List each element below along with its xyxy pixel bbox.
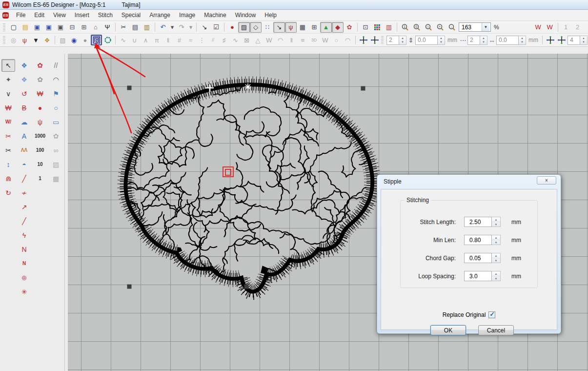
stipple-fill-button[interactable] (91, 35, 102, 45)
single-run-tool[interactable]: ╱ (18, 215, 31, 227)
stemstitch-tool[interactable]: N (18, 243, 31, 256)
send-to-machine-button[interactable]: ▣ (55, 22, 66, 33)
motif-run-tool[interactable]: ≁ (18, 186, 31, 199)
row-spacing-length-input[interactable] (496, 36, 519, 45)
ruler-view-button[interactable]: ⊞ (308, 22, 320, 33)
pull-comp-length-input[interactable] (415, 36, 438, 45)
curve-stitch-button[interactable]: ∿ (230, 35, 241, 45)
select-tool[interactable]: ↖ (1, 59, 15, 72)
polygon-select-tool[interactable]: ✦ (1, 73, 15, 86)
copy-button[interactable]: ▤ (129, 22, 141, 33)
rectangle-tool[interactable]: ▭ (49, 116, 63, 128)
oval-stitch-button[interactable]: ○ (331, 35, 342, 45)
scale-10-tool[interactable]: 10 (33, 158, 47, 171)
scallop-stitch-button[interactable]: ◠ (342, 35, 353, 45)
zigzag-stitch-button[interactable]: ∧ (140, 35, 151, 45)
cut-stitch-tool[interactable]: ✂ (1, 144, 15, 157)
menu-image[interactable]: Image (175, 10, 200, 20)
cap-object-tool[interactable]: ◓ (18, 158, 31, 171)
auto-underlay-button[interactable]: ▨ (57, 35, 68, 45)
wave-stitch-button[interactable]: ≈ (185, 35, 196, 45)
ellipse-tool[interactable]: ○ (49, 102, 63, 114)
hoop-button[interactable]: ◎ (8, 35, 19, 45)
binoculars-tool[interactable]: ∞ (49, 144, 63, 157)
background-view-button[interactable]: ▲ (320, 22, 332, 33)
triangle-stitch-button[interactable]: △ (252, 35, 264, 45)
arc-tool[interactable]: ◠ (49, 73, 63, 86)
replace-original-checkbox[interactable]: ✓ (488, 311, 495, 318)
needle-gauge-tool[interactable]: ψ (33, 116, 47, 128)
zoom-factor-input[interactable] (459, 23, 482, 31)
menu-machine[interactable]: Machine (200, 10, 230, 20)
zoom-dropdown-icon[interactable]: ▼ (482, 23, 489, 31)
recent-design-2-button[interactable]: 2 (572, 22, 584, 33)
letter-kerning-tool[interactable]: W/ (1, 116, 15, 128)
undo-button[interactable]: ↶ (157, 22, 169, 33)
trim-outline-button[interactable] (102, 35, 113, 45)
stipple-anchor-marker[interactable] (223, 167, 233, 177)
loop-stitch-button[interactable]: ∪ (129, 35, 140, 45)
scale-100-tool[interactable]: 100 (33, 144, 47, 157)
spacing-dots-icon[interactable]: ⋯ (459, 35, 467, 45)
open-design-button[interactable]: ▤ (20, 22, 31, 33)
pull-comp-icon[interactable]: ⇕ (407, 35, 415, 45)
field-spinner[interactable]: ▲▼ (492, 271, 501, 281)
dialog-close-button[interactable]: × (537, 176, 556, 185)
document-icon[interactable]: ES (2, 12, 9, 19)
selection-handle[interactable] (361, 86, 365, 91)
buttonhole-tool[interactable]: ⊕ (18, 271, 31, 284)
stitch-colors-button[interactable] (371, 22, 383, 33)
eyelet-tool[interactable]: ✳ (18, 286, 31, 298)
reshape-object-tool[interactable]: ❖ (18, 73, 31, 86)
pointer-view-button[interactable]: ↘ (273, 22, 285, 33)
row-spacing-icon[interactable]: ↔ (488, 35, 496, 45)
row-spacing-count-input[interactable] (467, 36, 480, 45)
menu-view[interactable]: View (49, 10, 70, 20)
team-names-tool[interactable]: ΛΛ (18, 144, 31, 157)
cross-stitch-button[interactable]: ⊠ (241, 35, 252, 45)
fence-stitch-button[interactable]: ♯ (219, 35, 230, 45)
column-n-tool[interactable]: N (18, 257, 31, 270)
convert-to-stitches-button[interactable]: W (532, 22, 544, 33)
3d-stitch-button[interactable]: 3D (308, 35, 320, 45)
cancel-button[interactable]: Cancel (478, 325, 514, 335)
closed-object-tool[interactable]: B (18, 102, 31, 114)
zoom-in-button[interactable]: + (434, 22, 446, 33)
spin-object-tool[interactable]: ↻ (1, 186, 15, 199)
chord-gap-input[interactable] (464, 253, 492, 263)
grid-size-spinner[interactable]: ▲▼ (580, 36, 588, 45)
slant-stitch-button[interactable]: // (207, 35, 219, 45)
dim-artwork-button[interactable]: ● (80, 35, 91, 45)
field-spinner[interactable]: ▲▼ (492, 217, 501, 227)
lettering-tool[interactable]: A (18, 130, 31, 143)
min-len-input[interactable] (464, 235, 492, 245)
grid-stitch-button[interactable]: # (174, 35, 185, 45)
convert-to-objects-button[interactable]: W (544, 22, 556, 33)
center-design-button[interactable] (545, 35, 556, 45)
menu-arrange[interactable]: Arrange (145, 10, 175, 20)
fancy-stitch-button[interactable]: W (320, 35, 331, 45)
zoom-factor-combo[interactable]: ▼ (459, 22, 491, 32)
selection-handle[interactable] (127, 285, 132, 289)
pull-comp-count-input[interactable] (386, 36, 399, 45)
zoom-actual-button[interactable]: 1 (399, 22, 411, 33)
weave-fill-tool[interactable]: // (49, 59, 63, 72)
satin-stitch-button[interactable]: ∿ (118, 35, 129, 45)
grid-view-button[interactable]: ▦ (297, 22, 308, 33)
e-stitch-button[interactable]: π (151, 35, 162, 45)
w-stitch-button[interactable]: W (264, 35, 275, 45)
triple-run-tool[interactable]: ↗ (18, 201, 31, 213)
cut-button[interactable]: ✂ (118, 22, 129, 33)
distribute-h-button[interactable] (358, 35, 369, 45)
arch-stitch-button[interactable]: ◠ (275, 35, 286, 45)
pull-comp-count-field[interactable]: ▲▼ (386, 36, 406, 45)
bitmap-view-button[interactable]: ✿ (344, 22, 355, 33)
menu-help[interactable]: Help (260, 10, 281, 20)
print-preview-button[interactable]: ⊞ (78, 22, 90, 33)
stitch-length-input[interactable] (464, 217, 492, 227)
grid-size-field[interactable]: ▲▼ (568, 36, 588, 45)
picture-tool[interactable]: ▨ (49, 158, 63, 171)
needle-dots-button[interactable]: ∷ (262, 22, 273, 33)
texture-tool[interactable]: ▩ (49, 172, 63, 185)
new-design-button[interactable]: ▢ (8, 22, 20, 33)
